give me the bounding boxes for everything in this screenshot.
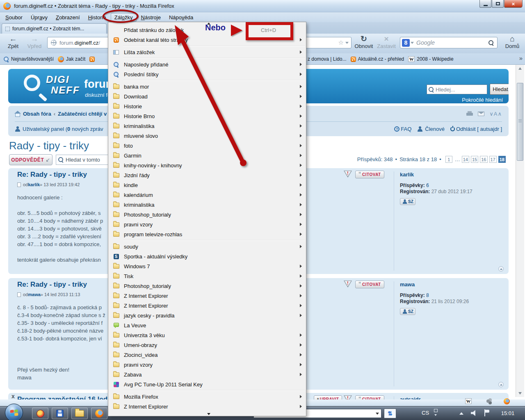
taskbar-explorer-button[interactable]	[71, 408, 88, 419]
bookmark-toolbar-item[interactable]: Nejnavštěvovanější	[3, 56, 54, 62]
scroll-to-top-icon[interactable]	[498, 382, 504, 387]
bookmarks-overflow-chevron[interactable]: »	[519, 55, 523, 62]
reload-button[interactable]: ↻ Obnovit	[353, 35, 374, 49]
wikipedia-icon[interactable]: W	[465, 398, 472, 404]
keyboard-layout-icon[interactable]	[434, 409, 438, 412]
post-author-link[interactable]: mawa	[28, 292, 41, 297]
report-warning-icon[interactable]: !	[344, 171, 352, 178]
menu-item[interactable]: pravni vzory	[108, 360, 306, 370]
small-close-icon[interactable]: x	[11, 393, 15, 399]
taskbar-clock[interactable]: 15:01	[495, 410, 521, 416]
menu-item[interactable]: Naposledy přidané	[108, 59, 306, 69]
menu-item[interactable]: Tisk	[108, 271, 306, 281]
search-engine-icon[interactable]: 8	[402, 39, 410, 47]
tray-app-icon[interactable]	[486, 399, 490, 403]
user-panel-link[interactable]: Uživatelský panel (0 nových zpráv	[23, 126, 103, 132]
menubar-item-0[interactable]: Soubor	[2, 13, 26, 22]
menubar-item-5[interactable]: Nástroje	[137, 13, 164, 22]
page-number-17[interactable]: 17	[489, 156, 497, 163]
menu-item[interactable]: Umeni-obrazy	[108, 340, 306, 350]
browser-tab[interactable]: forum.digineff.cz • Zobrazit tém...	[2, 23, 107, 34]
menu-item[interactable]: Garmin	[108, 151, 306, 160]
print-icon[interactable]	[466, 111, 473, 116]
menu-item[interactable]: kriminalistika	[108, 200, 306, 210]
taskbar-media-app-button[interactable]	[32, 408, 48, 419]
menu-item[interactable]: kriminalistika	[108, 121, 306, 131]
language-indicator[interactable]: CS	[422, 410, 429, 416]
bookmark-star-icon[interactable]: ☆	[338, 39, 344, 46]
minimize-button[interactable]	[479, 0, 491, 8]
private-message-button[interactable]: SZ	[400, 308, 415, 315]
menu-item[interactable]: Zlocinci_videa	[108, 350, 306, 360]
bookmark-toolbar-item[interactable]: z domova | Lido...	[308, 56, 347, 62]
volume-icon[interactable]	[471, 410, 477, 416]
start-button[interactable]	[5, 404, 23, 420]
web-search-input[interactable]	[414, 39, 488, 46]
breadcrumb-root-link[interactable]: Obsah fóra	[23, 111, 51, 117]
breadcrumb-section-link[interactable]: Začátečníci chtějí v	[58, 111, 107, 117]
scroll-up-icon[interactable]	[517, 66, 523, 71]
action-center-flag-icon[interactable]	[484, 409, 490, 416]
profile-username[interactable]: karlík	[400, 171, 472, 178]
digineff-logo[interactable]: DIGI NEFF	[23, 73, 80, 99]
menubar-item-1[interactable]: Úpravy	[27, 13, 51, 22]
page-number-1[interactable]: 1	[445, 156, 452, 163]
menubar-item-2[interactable]: Zobrazení	[52, 13, 84, 22]
faq-link[interactable]: ?FAQ	[394, 126, 411, 132]
window-titlebar[interactable]: forum.digineff.cz • Zobrazit téma - Rady…	[0, 0, 525, 12]
web-search-box[interactable]: 8	[400, 37, 498, 48]
citovat-button[interactable]: “CITOVAT	[355, 171, 384, 178]
forum-search-button[interactable]: Hledat	[490, 84, 509, 95]
menu-item[interactable]: Z Internet Explorer	[108, 301, 306, 310]
reply-button[interactable]: ODPOVĚDĚT↙	[9, 154, 52, 165]
bookmark-toolbar-item[interactable]: Aktuálně.cz - přehled	[351, 56, 404, 62]
advanced-search-link[interactable]: Pokročilé hledání	[462, 97, 503, 103]
page-number-18[interactable]: 18	[498, 156, 506, 163]
menu-item[interactable]: kindle	[108, 180, 306, 190]
citovat-button[interactable]: “CITOVAT	[355, 281, 384, 288]
combobox-dropdown-icon[interactable]	[376, 413, 379, 415]
menu-item[interactable]: Jizdní řády	[108, 170, 306, 180]
bookmark-toolbar-item[interactable]	[89, 57, 97, 62]
scroll-to-top-icon[interactable]	[498, 266, 504, 272]
menu-item[interactable]: Photoshop_tutorialy	[108, 210, 306, 219]
menu-item[interactable]: Historie Brno	[108, 111, 306, 121]
menu-item[interactable]: knihy-novinky - knihovny	[108, 160, 306, 170]
menu-item[interactable]: Univerzita 3 věku	[108, 330, 306, 340]
menu-item[interactable]: Avg PC Tune-Up 2011 Serial Key	[108, 379, 306, 389]
report-warning-icon[interactable]: !	[344, 281, 352, 288]
forum-search-box[interactable]	[427, 84, 487, 94]
menu-item[interactable]: kalendárium	[108, 190, 306, 200]
bookmark-toolbar-item[interactable]: W2008 - Wikipedie	[408, 56, 453, 62]
translate-button[interactable]: ⇅	[384, 409, 396, 418]
email-icon[interactable]	[478, 112, 484, 116]
menu-item[interactable]: foto	[108, 141, 306, 151]
menubar-item-6[interactable]: Nápověda	[165, 13, 197, 22]
menu-item[interactable]: Z Internet Explorer	[108, 291, 306, 301]
taskbar-save-app-button[interactable]	[52, 408, 68, 419]
logout-link[interactable]: Odhlásit [ autsajdr ]	[450, 126, 502, 132]
home-button[interactable]: ⌂ Domů	[502, 35, 523, 49]
forum-search-input[interactable]	[434, 86, 479, 93]
menu-item[interactable]: banka mor	[108, 82, 306, 91]
urlbar-dropdown-icon[interactable]	[345, 42, 349, 44]
menu-item[interactable]: Z Internet Explorer	[108, 402, 306, 411]
menu-item[interactable]: Historie	[108, 101, 306, 111]
profile-username[interactable]: mawa	[400, 281, 469, 288]
menu-item[interactable]: Poslední štítky	[108, 69, 306, 79]
firefox-tray-icon[interactable]	[504, 398, 510, 404]
stop-button[interactable]: × Zastavit	[375, 35, 397, 49]
members-link[interactable]: Členové	[417, 126, 445, 132]
scrollbar-thumb[interactable]	[517, 83, 523, 161]
page-number-14[interactable]: 14	[462, 156, 469, 163]
close-button[interactable]: ×	[504, 0, 523, 8]
page-scrollbar[interactable]	[516, 65, 524, 397]
forward-button[interactable]: → Vpřed	[25, 35, 44, 49]
scroll-down-icon[interactable]	[517, 390, 523, 396]
font-size-widget[interactable]: ∨A∧	[489, 111, 502, 117]
menu-item[interactable]: SSportka - aktuální výsledky	[108, 251, 306, 261]
page-number-16[interactable]: 16	[480, 156, 487, 163]
menu-item[interactable]: program televize-rozhlas	[108, 229, 306, 239]
menu-item[interactable]: Windows 7	[108, 261, 306, 271]
menu-item[interactable]: jazyk cesky - pravidla	[108, 310, 306, 320]
